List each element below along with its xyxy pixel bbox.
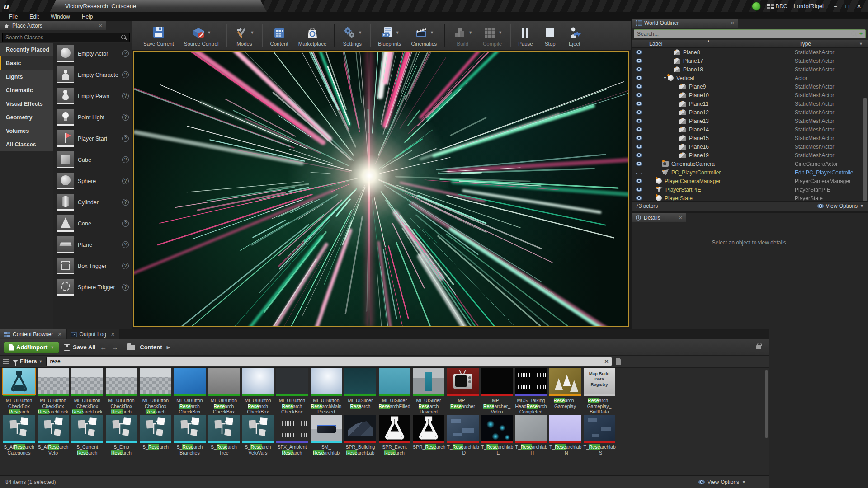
asset-tile-t_researchlab_n[interactable]: T_Researchlab_N — [549, 415, 581, 455]
outliner-row-plane12[interactable]: Plane12StaticMeshActor — [632, 108, 868, 117]
visibility-toggle[interactable] — [632, 118, 646, 123]
add-filter-icon[interactable]: + — [859, 31, 863, 37]
column-type[interactable]: Type — [799, 41, 859, 47]
visibility-toggle[interactable] — [632, 93, 646, 98]
breadcrumb-arrow-icon[interactable]: ▶ — [166, 345, 170, 350]
save-all-button[interactable]: Save All — [64, 344, 95, 351]
expander-icon[interactable]: ▼ — [663, 76, 668, 80]
outliner-scrollbar[interactable] — [863, 98, 867, 202]
menu-window[interactable]: Window — [45, 13, 75, 21]
outliner-row-cinematiccamera[interactable]: CinematicCameraCineCameraActor — [632, 160, 868, 168]
cinematics-button[interactable]: ▼Cinematics — [406, 22, 442, 49]
asset-tile-s_researchtree[interactable]: S_ResearchTree — [208, 415, 240, 455]
outliner-row-plane16[interactable]: Plane16StaticMeshActor — [632, 142, 868, 151]
level-tab[interactable]: VictoryResearch_Cutscene — [50, 0, 267, 12]
category-visual-effects[interactable]: Visual Effects — [0, 97, 53, 111]
forward-button[interactable]: → — [111, 343, 118, 351]
asset-tile-mi_uibuttoncheckboxresearch[interactable]: MI_UIButtonCheckBoxResearch — [140, 368, 171, 415]
outliner-row-pc_playercontroller[interactable]: PC_PlayerControllerEdit PC_PlayerControl… — [632, 168, 868, 177]
lock-icon[interactable] — [756, 345, 761, 349]
clear-search-icon[interactable]: ✕ — [604, 358, 609, 365]
level-viewport[interactable] — [133, 51, 629, 327]
close-icon[interactable]: ✕ — [679, 215, 683, 221]
place-actors-tab[interactable]: Place Actors ✕ — [0, 21, 106, 30]
visibility-toggle[interactable] — [632, 67, 646, 72]
category-recently-placed[interactable]: Recently Placed — [0, 43, 53, 56]
column-label[interactable]: Label — [632, 41, 799, 47]
menu-file[interactable]: File — [4, 13, 23, 21]
place-item-empty-character[interactable]: Empty Character? — [53, 64, 132, 85]
visibility-toggle[interactable] — [632, 136, 646, 141]
category-lights[interactable]: Lights — [0, 70, 53, 84]
place-item-cube[interactable]: Cube? — [53, 149, 132, 170]
asset-tile-mi_uibuttoncheckboxresearch[interactable]: MI_UIButtonCheckBoxResearch — [3, 368, 35, 415]
blueprints-button[interactable]: ▼Blueprints — [373, 22, 406, 49]
tab-output-log[interactable]: >Output Log✕ — [67, 329, 119, 339]
details-tab[interactable]: Details ✕ — [632, 213, 686, 222]
asset-tile-mi_uibuttonresearchcheckbox[interactable]: MI_UIButtonResearchCheckBox — [242, 368, 274, 415]
place-item-cone[interactable]: Cone? — [53, 213, 132, 234]
visibility-toggle[interactable] — [632, 153, 646, 158]
asset-search-input[interactable]: rese ✕ — [46, 357, 612, 366]
tab-content-browser[interactable]: Content Browser✕ — [0, 329, 66, 339]
asset-grid-scrollbar[interactable] — [765, 370, 768, 438]
outliner-row-plane14[interactable]: Plane14StaticMeshActor — [632, 125, 868, 134]
view-options-button[interactable]: View Options ▼ — [817, 203, 864, 209]
maximize-button[interactable]: □ — [842, 2, 853, 11]
outliner-row-plane19[interactable]: Plane19StaticMeshActor — [632, 151, 868, 160]
category-cinematic[interactable]: Cinematic — [0, 84, 53, 97]
asset-tile-t_researchlab_e[interactable]: T_Researchlab_E — [481, 415, 513, 455]
asset-tile-s_airesearchcategories[interactable]: S_AIResearchCategories — [3, 415, 35, 455]
world-outliner-tab[interactable]: World Outliner ✕ — [632, 19, 738, 28]
outliner-row-plane10[interactable]: Plane10StaticMeshActor — [632, 91, 868, 99]
place-item-sphere[interactable]: Sphere? — [53, 170, 132, 192]
asset-tile-mi_uisliderresearch[interactable]: MI_UISliderResearch — [344, 368, 376, 409]
asset-tile-research_gameplay[interactable]: Research_Gameplay — [549, 368, 581, 409]
outliner-row-plane17[interactable]: Plane17StaticMeshActor — [632, 56, 868, 65]
visibility-toggle[interactable] — [632, 171, 646, 174]
category-geometry[interactable]: Geometry — [0, 111, 53, 124]
asset-tile-t_researchlab_h[interactable]: T_Researchlab_H — [515, 415, 547, 455]
visibility-toggle[interactable] — [632, 58, 646, 63]
asset-tile-t_researchlab_d[interactable]: T_Researchlab_D — [447, 415, 479, 455]
asset-tile-mi_uibuttonresearchcheckbox[interactable]: MI_UIButtonResearchCheckBox — [276, 368, 308, 415]
outliner-row-plane11[interactable]: Plane11StaticMeshActor — [632, 99, 868, 108]
asset-tile-spr_buildingresearchlab[interactable]: SPR_BuildingResearchLab — [344, 415, 376, 455]
asset-tile-sfx_ambientresearch[interactable]: SFX_AmbientResearch — [276, 415, 308, 455]
asset-tile-s_empresearch[interactable]: S_EmpResearch — [106, 415, 137, 455]
filters-button[interactable]: Filters ▼ — [13, 358, 42, 365]
content-button[interactable]: Content — [265, 22, 293, 49]
view-options-button[interactable]: View Options ▼ — [698, 479, 746, 485]
marketplace-button[interactable]: Marketplace — [293, 22, 332, 49]
minimize-button[interactable]: – — [830, 2, 841, 11]
visibility-toggle[interactable] — [632, 178, 646, 183]
outliner-row-playerstartpie[interactable]: PlayerStartPIEPlayerStartPIE — [632, 185, 868, 194]
place-item-plane[interactable]: Plane? — [53, 234, 132, 255]
visibility-toggle[interactable] — [632, 50, 646, 55]
close-icon[interactable]: ✕ — [57, 332, 61, 338]
asset-tile-s_researchvetovars[interactable]: S_ResearchVetoVars — [242, 415, 274, 455]
visibility-toggle[interactable] — [632, 127, 646, 132]
place-item-empty-actor[interactable]: Empty Actor? — [53, 43, 132, 64]
asset-tile-mi_uisliderresearchhovered[interactable]: MI_UISliderResearchHovered — [413, 368, 444, 415]
asset-tile-s_airesearchveto[interactable]: S_AIResearchVeto — [38, 415, 69, 455]
save-search-icon[interactable] — [616, 358, 621, 365]
ddc-button[interactable]: DDC — [767, 3, 788, 9]
breadcrumb[interactable]: Content — [140, 344, 162, 351]
asset-tile-mi_uibuttoncheckboxresearchlock[interactable]: MI_UIButtonCheckBoxResearchLock — [71, 368, 103, 415]
outliner-row-plane9[interactable]: Plane9StaticMeshActor — [632, 82, 868, 91]
back-button[interactable]: ← — [100, 343, 107, 351]
asset-tile-s_researchbranches[interactable]: S_ResearchBranches — [174, 415, 206, 455]
asset-tile-spr_eventresearch[interactable]: SPR_EventResearch — [379, 415, 410, 455]
pause-button[interactable]: Pause — [513, 22, 538, 49]
visibility-toggle[interactable] — [632, 196, 646, 201]
asset-tile-mi_uibuttoncheckboxresearchlock[interactable]: MI_UIButtonCheckBoxResearchLock — [38, 368, 69, 415]
actor-type-link[interactable]: Edit PC_PlayerControlle — [795, 169, 853, 176]
outliner-row-plane8[interactable]: Plane8StaticMeshActor — [632, 48, 868, 56]
column-filter-icon[interactable]: ▼ — [859, 42, 863, 46]
outliner-row-playercameramanager[interactable]: PlayerCameraManagerPlayerCameraManager — [632, 177, 868, 185]
asset-tile-mi_uibuttonresearchcheckbox[interactable]: MI_UIButtonResearchCheckBox — [208, 368, 240, 415]
place-item-empty-pawn[interactable]: Empty Pawn? — [53, 85, 132, 107]
close-icon[interactable]: ✕ — [111, 332, 115, 338]
asset-tile-mi_uibuttoncheckboxresearch[interactable]: MI_UIButtonCheckBoxResearch — [106, 368, 137, 415]
